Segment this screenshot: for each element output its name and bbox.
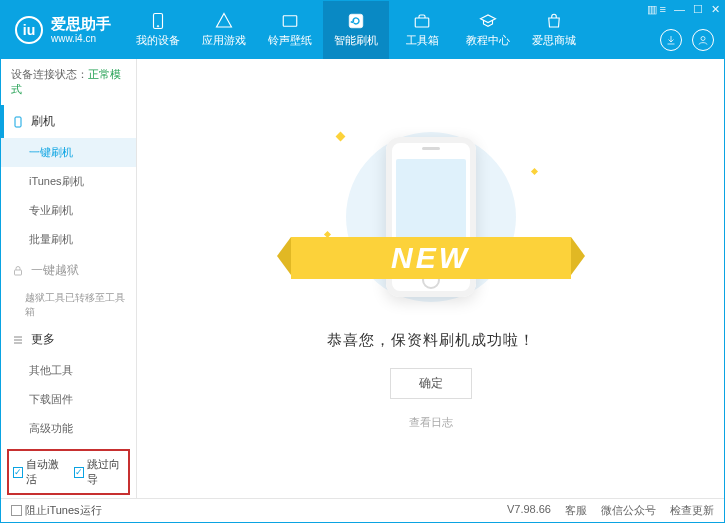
checkbox-label: 阻止iTunes运行 — [25, 503, 102, 518]
footer-right: V7.98.66 客服 微信公众号 检查更新 — [507, 503, 714, 518]
wechat-link[interactable]: 微信公众号 — [601, 503, 656, 518]
nav-label: 工具箱 — [406, 33, 439, 48]
connection-label: 设备连接状态： — [11, 68, 88, 80]
footer: ✓阻止iTunes运行 V7.98.66 客服 微信公众号 检查更新 — [1, 498, 724, 522]
sidebar-item-pro[interactable]: 专业刷机 — [1, 196, 136, 225]
svg-rect-2 — [283, 16, 297, 27]
minimize-icon[interactable]: — — [674, 3, 685, 16]
section-flash[interactable]: 刷机 — [1, 105, 136, 138]
jailbreak-notice: 越狱工具已转移至工具箱 — [25, 291, 128, 319]
svg-point-5 — [701, 37, 705, 41]
sidebar-item-batch[interactable]: 批量刷机 — [1, 225, 136, 254]
nav-my-device[interactable]: 我的设备 — [125, 1, 191, 59]
ok-button[interactable]: 确定 — [390, 368, 472, 399]
sidebar-item-itunes[interactable]: iTunes刷机 — [1, 167, 136, 196]
header-right — [660, 29, 714, 51]
checkbox-block-itunes[interactable]: ✓阻止iTunes运行 — [11, 503, 102, 518]
nav-store[interactable]: 爱思商城 — [521, 1, 587, 59]
options-row: ✓自动激活 ✓跳过向导 — [7, 449, 130, 495]
section-title: 更多 — [31, 331, 55, 348]
nav-toolbox[interactable]: 工具箱 — [389, 1, 455, 59]
nav-label: 我的设备 — [136, 33, 180, 48]
nav-label: 教程中心 — [466, 33, 510, 48]
store-icon — [545, 12, 563, 30]
top-nav: 我的设备 应用游戏 铃声壁纸 智能刷机 工具箱 教程中心 爱思商城 — [125, 1, 587, 59]
illustration: NEW — [331, 127, 531, 307]
connection-status: 设备连接状态：正常模式 — [1, 59, 136, 105]
checkbox-label: 跳过向导 — [87, 457, 125, 487]
support-link[interactable]: 客服 — [565, 503, 587, 518]
menu-icon[interactable]: ▥ ≡ — [647, 3, 666, 16]
new-banner: NEW — [291, 237, 571, 279]
nav-apps[interactable]: 应用游戏 — [191, 1, 257, 59]
sidebar-item-advanced[interactable]: 高级功能 — [1, 414, 136, 443]
section-more[interactable]: 更多 — [1, 323, 136, 356]
user-icon[interactable] — [692, 29, 714, 51]
success-message: 恭喜您，保资料刷机成功啦！ — [327, 331, 535, 350]
svg-rect-6 — [15, 117, 21, 127]
brand-url: www.i4.cn — [51, 33, 111, 44]
phone-small-icon — [11, 116, 25, 128]
lock-icon — [11, 265, 25, 277]
section-title: 一键越狱 — [31, 262, 79, 279]
refresh-icon — [347, 12, 365, 30]
wallpaper-icon — [281, 12, 299, 30]
nav-label: 铃声壁纸 — [268, 33, 312, 48]
nav-label: 应用游戏 — [202, 33, 246, 48]
checkbox-label: 自动激活 — [26, 457, 64, 487]
view-log-link[interactable]: 查看日志 — [409, 415, 453, 430]
sidebar-item-other[interactable]: 其他工具 — [1, 356, 136, 385]
body: 设备连接状态：正常模式 刷机 一键刷机 iTunes刷机 专业刷机 批量刷机 一… — [1, 59, 724, 498]
update-link[interactable]: 检查更新 — [670, 503, 714, 518]
tutorial-icon — [479, 12, 497, 30]
brand-name: 爱思助手 — [51, 16, 111, 33]
version-label: V7.98.66 — [507, 503, 551, 518]
sidebar-item-oneclick[interactable]: 一键刷机 — [1, 138, 136, 167]
checkbox-skip-guide[interactable]: ✓跳过向导 — [74, 457, 125, 487]
svg-rect-7 — [15, 270, 22, 275]
checkbox-auto-activate[interactable]: ✓自动激活 — [13, 457, 64, 487]
section-title: 刷机 — [31, 113, 55, 130]
nav-label: 爱思商城 — [532, 33, 576, 48]
window-controls: ▥ ≡ — ☐ ✕ — [647, 3, 720, 16]
brand: 爱思助手 www.i4.cn — [51, 16, 111, 44]
nav-flash[interactable]: 智能刷机 — [323, 1, 389, 59]
download-icon[interactable] — [660, 29, 682, 51]
banner-text: NEW — [291, 237, 571, 279]
sidebar: 设备连接状态：正常模式 刷机 一键刷机 iTunes刷机 专业刷机 批量刷机 一… — [1, 59, 137, 498]
svg-rect-4 — [415, 18, 429, 27]
sidebar-item-download[interactable]: 下载固件 — [1, 385, 136, 414]
logo-icon: iu — [15, 16, 43, 44]
list-icon — [11, 334, 25, 346]
close-icon[interactable]: ✕ — [711, 3, 720, 16]
app-header: iu 爱思助手 www.i4.cn 我的设备 应用游戏 铃声壁纸 智能刷机 工具… — [1, 1, 724, 59]
toolbox-icon — [413, 12, 431, 30]
nav-ringtones[interactable]: 铃声壁纸 — [257, 1, 323, 59]
section-jailbreak[interactable]: 一键越狱 — [1, 254, 136, 287]
svg-point-1 — [157, 26, 159, 28]
nav-label: 智能刷机 — [334, 33, 378, 48]
phone-icon — [149, 12, 167, 30]
logo-area: iu 爱思助手 www.i4.cn — [1, 16, 125, 44]
svg-rect-3 — [349, 14, 363, 28]
main-content: NEW 恭喜您，保资料刷机成功啦！ 确定 查看日志 — [137, 59, 724, 498]
maximize-icon[interactable]: ☐ — [693, 3, 703, 16]
apps-icon — [215, 12, 233, 30]
nav-tutorials[interactable]: 教程中心 — [455, 1, 521, 59]
